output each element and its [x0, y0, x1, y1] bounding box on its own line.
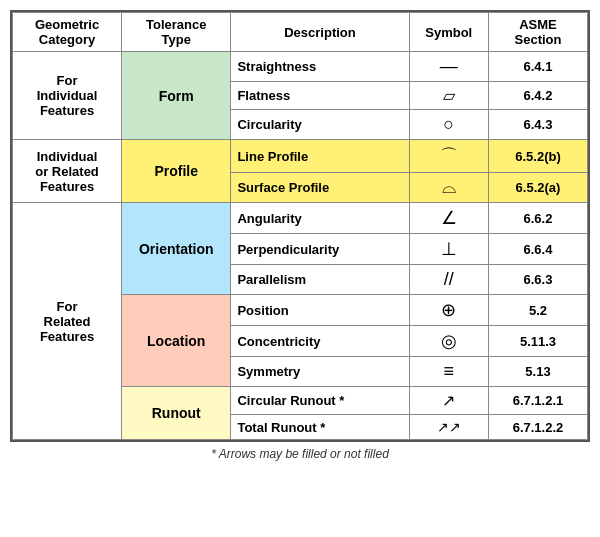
symbol-surface-profile: ⌓: [409, 173, 488, 203]
asme-straightness: 6.4.1: [488, 52, 587, 82]
symbol-flatness: ▱: [409, 82, 488, 110]
asme-angularity: 6.6.2: [488, 203, 587, 234]
tolerance-profile: Profile: [122, 140, 231, 203]
table-row: For Related Features Orientation Angular…: [13, 203, 588, 234]
tolerance-orientation: Orientation: [122, 203, 231, 295]
asme-flatness: 6.4.2: [488, 82, 587, 110]
tolerance-runout: Runout: [122, 387, 231, 440]
tolerance-table: Geometric Category Tolerance Type Descri…: [10, 10, 590, 442]
table-header: Geometric Category Tolerance Type Descri…: [13, 13, 588, 52]
desc-symmetry: Symmetry: [231, 357, 409, 387]
symbol-concentricity: ◎: [409, 326, 488, 357]
symbol-straightness: —: [409, 52, 488, 82]
asme-parallelism: 6.6.3: [488, 265, 587, 295]
symbol-line-profile: ⌒: [409, 140, 488, 173]
tolerance-location: Location: [122, 295, 231, 387]
symbol-position: ⊕: [409, 295, 488, 326]
header-symbol: Symbol: [409, 13, 488, 52]
symbol-circular-runout: ↗: [409, 387, 488, 415]
desc-straightness: Straightness: [231, 52, 409, 82]
header-asme: ASME Section: [488, 13, 587, 52]
category-related: For Related Features: [13, 203, 122, 440]
desc-line-profile: Line Profile: [231, 140, 409, 173]
symbol-total-runout: ↗↗: [409, 415, 488, 440]
asme-surface-profile: 6.5.2(a): [488, 173, 587, 203]
symbol-circularity: ○: [409, 110, 488, 140]
header-description: Description: [231, 13, 409, 52]
header-geometric-category: Geometric Category: [13, 13, 122, 52]
table-row: Individual or Related Features Profile L…: [13, 140, 588, 173]
desc-total-runout: Total Runout *: [231, 415, 409, 440]
desc-angularity: Angularity: [231, 203, 409, 234]
tolerance-form: Form: [122, 52, 231, 140]
asme-position: 5.2: [488, 295, 587, 326]
asme-circularity: 6.4.3: [488, 110, 587, 140]
asme-symmetry: 5.13: [488, 357, 587, 387]
symbol-perpendicularity: ⊥: [409, 234, 488, 265]
asme-concentricity: 5.11.3: [488, 326, 587, 357]
symbol-angularity: ∠: [409, 203, 488, 234]
desc-flatness: Flatness: [231, 82, 409, 110]
desc-parallelism: Parallelism: [231, 265, 409, 295]
asme-total-runout: 6.7.1.2.2: [488, 415, 587, 440]
asme-circular-runout: 6.7.1.2.1: [488, 387, 587, 415]
table-row: For Individual Features Form Straightnes…: [13, 52, 588, 82]
desc-position: Position: [231, 295, 409, 326]
symbol-symmetry: ≡: [409, 357, 488, 387]
desc-concentricity: Concentricity: [231, 326, 409, 357]
asme-line-profile: 6.5.2(b): [488, 140, 587, 173]
desc-perpendicularity: Perpendicularity: [231, 234, 409, 265]
desc-circularity: Circularity: [231, 110, 409, 140]
asme-perpendicularity: 6.6.4: [488, 234, 587, 265]
footnote: * Arrows may be filled or not filled: [211, 447, 389, 461]
category-individual: For Individual Features: [13, 52, 122, 140]
desc-circular-runout: Circular Runout *: [231, 387, 409, 415]
symbol-parallelism: //: [409, 265, 488, 295]
desc-surface-profile: Surface Profile: [231, 173, 409, 203]
header-tolerance-type: Tolerance Type: [122, 13, 231, 52]
category-individual-related: Individual or Related Features: [13, 140, 122, 203]
